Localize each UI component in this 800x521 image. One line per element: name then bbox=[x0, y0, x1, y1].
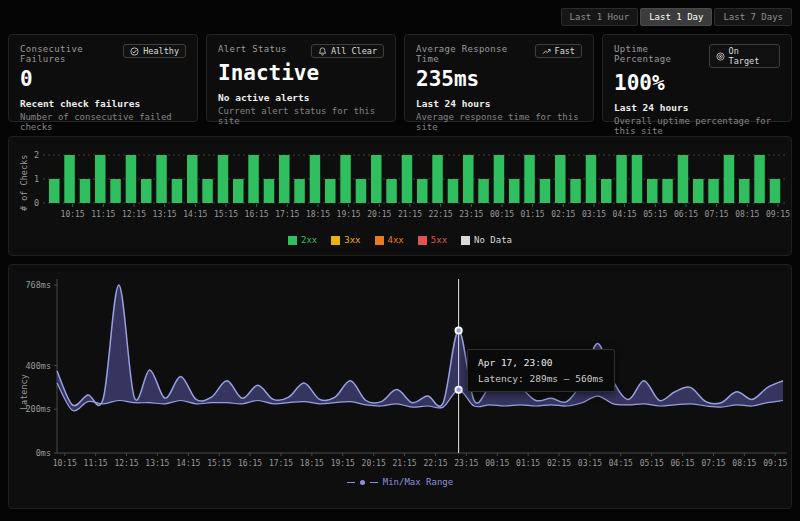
legend-swatch-no-data bbox=[461, 236, 470, 245]
svg-text:18:15: 18:15 bbox=[306, 210, 330, 219]
svg-text:00:15: 00:15 bbox=[490, 210, 514, 219]
svg-text:19:15: 19:15 bbox=[337, 210, 361, 219]
card-value: 0 bbox=[20, 67, 186, 91]
svg-text:12:15: 12:15 bbox=[114, 459, 138, 468]
svg-text:12:15: 12:15 bbox=[122, 210, 146, 219]
svg-text:20:15: 20:15 bbox=[362, 459, 386, 468]
badge-label: On Target bbox=[729, 46, 773, 66]
badge-label: All Clear bbox=[331, 46, 377, 56]
card-value: 100% bbox=[614, 71, 780, 95]
latency-chart[interactable]: 0ms200ms400ms768ms10:1511:1512:1513:1514… bbox=[9, 265, 793, 479]
legend-label: 3xx bbox=[344, 235, 360, 245]
svg-text:23:15: 23:15 bbox=[454, 459, 478, 468]
bar-chart-y-axis-label: # of Checks bbox=[19, 155, 29, 211]
legend-swatch-2xx bbox=[288, 236, 297, 245]
svg-text:17:15: 17:15 bbox=[275, 210, 299, 219]
status-badge-on-target: On Target bbox=[709, 44, 780, 68]
svg-text:05:15: 05:15 bbox=[640, 459, 664, 468]
svg-text:13:15: 13:15 bbox=[145, 459, 169, 468]
svg-text:768ms: 768ms bbox=[25, 280, 51, 290]
svg-text:08:15: 08:15 bbox=[732, 459, 756, 468]
tooltip-latency-range: Latency: 289ms – 560ms bbox=[478, 373, 604, 384]
svg-text:17:15: 17:15 bbox=[269, 459, 293, 468]
latency-chart-panel: Latency 0ms200ms400ms768ms10:1511:1512:1… bbox=[8, 264, 792, 509]
svg-text:20:15: 20:15 bbox=[367, 210, 391, 219]
svg-text:0: 0 bbox=[34, 198, 39, 208]
svg-text:15:15: 15:15 bbox=[214, 210, 238, 219]
svg-text:00:15: 00:15 bbox=[485, 459, 509, 468]
svg-text:19:15: 19:15 bbox=[331, 459, 355, 468]
trend-up-icon bbox=[542, 47, 551, 56]
card-description: Average response time for this site bbox=[416, 112, 582, 132]
minmax-dot-icon bbox=[360, 480, 365, 485]
svg-text:11:15: 11:15 bbox=[91, 210, 115, 219]
legend-item-3xx[interactable]: 3xx bbox=[331, 235, 360, 245]
svg-text:08:15: 08:15 bbox=[735, 210, 759, 219]
svg-text:2: 2 bbox=[34, 150, 39, 160]
svg-text:18:15: 18:15 bbox=[300, 459, 324, 468]
card-description: Current alert status for this site bbox=[218, 106, 384, 126]
svg-text:0ms: 0ms bbox=[36, 448, 51, 458]
top-bar: Last 1 Hour Last 1 Day Last 7 Days bbox=[0, 0, 800, 34]
legend-item-5xx[interactable]: 5xx bbox=[418, 235, 447, 245]
card-subtitle: Last 24 hours bbox=[416, 98, 582, 109]
status-badge-fast: Fast bbox=[535, 44, 582, 58]
card-title: Consecutive Failures bbox=[20, 44, 123, 64]
status-badge-all-clear: All Clear bbox=[311, 44, 384, 58]
legend-label: Min/Max Range bbox=[383, 477, 453, 487]
card-uptime-percentage: Uptime Percentage On Target 100% Last 24… bbox=[602, 34, 792, 122]
svg-text:09:15: 09:15 bbox=[763, 459, 787, 468]
card-value: 235ms bbox=[416, 67, 582, 91]
svg-text:22:15: 22:15 bbox=[423, 459, 447, 468]
svg-text:02:15: 02:15 bbox=[547, 459, 571, 468]
legend-label: No Data bbox=[474, 235, 512, 245]
legend-swatch-4xx bbox=[375, 236, 384, 245]
svg-text:10:15: 10:15 bbox=[61, 210, 85, 219]
svg-text:21:15: 21:15 bbox=[393, 459, 417, 468]
svg-text:200ms: 200ms bbox=[25, 404, 51, 414]
svg-text:06:15: 06:15 bbox=[671, 459, 695, 468]
status-badge-healthy: Healthy bbox=[123, 44, 186, 58]
card-title: Alert Status bbox=[218, 44, 287, 54]
svg-text:16:15: 16:15 bbox=[238, 459, 262, 468]
latency-y-axis-label: Latency bbox=[19, 374, 29, 410]
legend-item-4xx[interactable]: 4xx bbox=[375, 235, 404, 245]
svg-text:02:15: 02:15 bbox=[551, 210, 575, 219]
badge-label: Fast bbox=[555, 46, 575, 56]
time-range-last-1-day[interactable]: Last 1 Day bbox=[640, 8, 712, 26]
bell-icon bbox=[318, 47, 327, 56]
latency-tooltip: Apr 17, 23:00 Latency: 289ms – 560ms bbox=[467, 349, 615, 392]
card-alert-status: Alert Status All Clear Inactive No activ… bbox=[206, 34, 396, 122]
svg-text:1: 1 bbox=[34, 174, 39, 184]
svg-text:01:15: 01:15 bbox=[521, 210, 545, 219]
legend-item-no-data[interactable]: No Data bbox=[461, 235, 512, 245]
svg-text:03:15: 03:15 bbox=[582, 210, 606, 219]
checks-bar-chart[interactable]: 01210:1511:1512:1513:1514:1515:1516:1517… bbox=[9, 137, 791, 233]
minmax-line-icon bbox=[370, 482, 378, 483]
check-circle-icon bbox=[130, 47, 139, 56]
svg-text:04:15: 04:15 bbox=[609, 459, 633, 468]
svg-text:06:15: 06:15 bbox=[674, 210, 698, 219]
svg-text:05:15: 05:15 bbox=[643, 210, 667, 219]
legend-item-2xx[interactable]: 2xx bbox=[288, 235, 317, 245]
card-subtitle: No active alerts bbox=[218, 92, 384, 103]
svg-text:07:15: 07:15 bbox=[701, 459, 725, 468]
time-range-last-7-days[interactable]: Last 7 Days bbox=[714, 8, 792, 26]
checks-bar-chart-panel: # of Checks 01210:1511:1512:1513:1514:15… bbox=[8, 136, 792, 256]
svg-text:21:15: 21:15 bbox=[398, 210, 422, 219]
legend-label: 5xx bbox=[431, 235, 447, 245]
stat-cards-row: Consecutive Failures Healthy 0 Recent ch… bbox=[8, 34, 792, 122]
svg-text:14:15: 14:15 bbox=[183, 210, 207, 219]
card-description: Overall uptime percentage for this site bbox=[614, 116, 780, 136]
svg-text:14:15: 14:15 bbox=[176, 459, 200, 468]
time-range-last-1-hour[interactable]: Last 1 Hour bbox=[561, 8, 639, 26]
svg-text:13:15: 13:15 bbox=[153, 210, 177, 219]
card-consecutive-failures: Consecutive Failures Healthy 0 Recent ch… bbox=[8, 34, 198, 122]
svg-text:01:15: 01:15 bbox=[516, 459, 540, 468]
card-value: Inactive bbox=[218, 61, 384, 85]
tooltip-timestamp: Apr 17, 23:00 bbox=[478, 357, 604, 368]
svg-text:16:15: 16:15 bbox=[245, 210, 269, 219]
svg-text:03:15: 03:15 bbox=[578, 459, 602, 468]
legend-label: 2xx bbox=[301, 235, 317, 245]
legend-swatch-5xx bbox=[418, 236, 427, 245]
